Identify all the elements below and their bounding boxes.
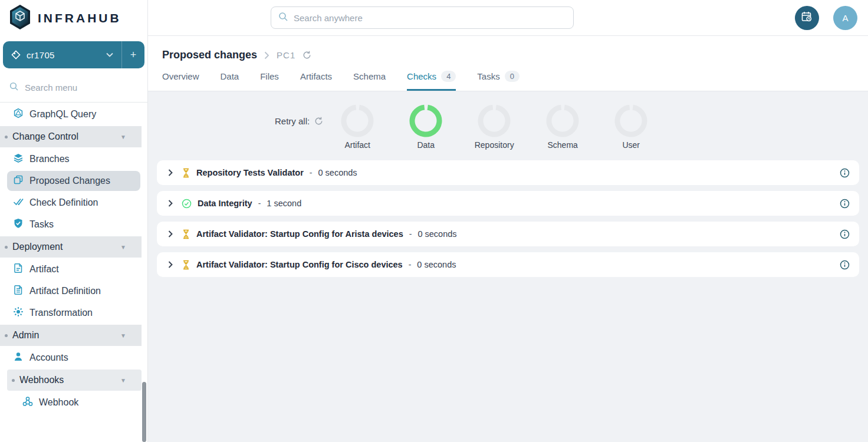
sidebar-item-graphql-query[interactable]: GraphQL Query (7, 104, 142, 124)
check-duration: 0 seconds (318, 168, 357, 177)
avatar-initial: A (842, 13, 848, 23)
tab-bar: Overview Data Files Artifacts Schema Che… (162, 71, 868, 91)
tab-data[interactable]: Data (221, 71, 239, 91)
validator-ring-queued (614, 104, 647, 137)
sidebar-item-branches[interactable]: Branches (7, 149, 142, 169)
menu-search[interactable] (0, 73, 147, 103)
validator-ring-success (409, 104, 442, 137)
validator-label: Repository (475, 140, 514, 150)
search-icon (278, 12, 288, 24)
global-search-input[interactable] (294, 13, 541, 23)
sidebar-item-label: Webhook (39, 397, 78, 408)
sidebar-item-transformation[interactable]: Transformation (7, 303, 142, 323)
tab-label: Schema (353, 71, 386, 81)
sidebar-section-admin[interactable]: Admin ▼ (0, 325, 142, 346)
section-bullet (5, 246, 8, 249)
sidebar-item-artifact[interactable]: Artifact (7, 259, 142, 279)
sidebar-item-label: Check Definition (29, 197, 98, 208)
logo-row[interactable]: INFRAHUB (0, 0, 147, 37)
check-duration: 0 seconds (417, 229, 456, 239)
breadcrumb-chevron-icon (264, 51, 269, 60)
expand-chevron-icon[interactable] (166, 169, 175, 177)
section-bullet (5, 334, 8, 337)
validator-ring-queued (341, 104, 374, 137)
menu-search-input[interactable] (25, 83, 125, 93)
add-branch-button[interactable]: + (122, 49, 144, 61)
validator-ring-queued (546, 104, 579, 137)
check-definition-icon (13, 196, 24, 209)
section-label: Webhooks (19, 375, 64, 385)
validator-repository[interactable]: Repository (460, 104, 528, 150)
sidebar-scrollbar[interactable] (142, 382, 146, 442)
refresh-icon[interactable] (303, 51, 311, 60)
branch-selector[interactable]: cr1705 + (3, 41, 144, 68)
validator-artifact[interactable]: Artifact (323, 104, 392, 150)
breadcrumb-current: PC1 (277, 50, 295, 60)
expand-chevron-icon[interactable] (166, 260, 175, 269)
sidebar-section-webhooks[interactable]: Webhooks ▼ (7, 370, 142, 391)
retry-all: Retry all: (275, 104, 323, 137)
sidebar-section-change-control[interactable]: Change Control ▼ (0, 126, 142, 147)
retry-all-refresh-icon[interactable] (314, 117, 323, 126)
validator-data[interactable]: Data (392, 104, 460, 150)
tab-overview[interactable]: Overview (162, 71, 199, 91)
avatar[interactable]: A (833, 6, 857, 30)
sidebar-item-label: Artifact (29, 264, 59, 275)
tab-label: Checks (407, 71, 436, 81)
validator-user[interactable]: User (597, 104, 665, 150)
sidebar-section-deployment[interactable]: Deployment ▼ (0, 236, 142, 258)
validator-label: Artifact (344, 140, 370, 150)
sidebar-item-label: Transformation (29, 308, 93, 318)
artifact-icon (13, 263, 24, 276)
global-search[interactable] (271, 6, 574, 29)
check-title: Data Integrity (198, 199, 252, 208)
check-separator: - (310, 168, 313, 177)
sidebar-item-webhook[interactable]: Webhook (17, 392, 142, 413)
check-row-artifact-arista[interactable]: Artifact Validator: Startup Config for A… (157, 222, 859, 246)
tab-label: Artifacts (300, 71, 332, 81)
section-caret-icon: ▼ (120, 377, 126, 384)
expand-chevron-icon[interactable] (166, 199, 175, 207)
validator-ring-queued (478, 104, 511, 137)
branch-icon (11, 50, 21, 60)
expand-chevron-icon[interactable] (166, 230, 175, 238)
sidebar-item-accounts[interactable]: Accounts (7, 348, 142, 368)
sidebar-item-label: Tasks (29, 219, 54, 230)
sidebar-item-tasks[interactable]: Tasks (7, 215, 142, 235)
check-list: Repository Tests Validator - 0 seconds D… (148, 160, 868, 277)
check-row-data-integrity[interactable]: Data Integrity - 1 second (157, 191, 859, 216)
section-label: Admin (12, 330, 39, 341)
tab-tasks[interactable]: Tasks 0 (477, 71, 520, 91)
hourglass-icon (182, 168, 190, 178)
tab-badge: 4 (441, 71, 456, 82)
tab-files[interactable]: Files (260, 71, 279, 91)
info-icon[interactable] (840, 260, 850, 270)
section-caret-icon: ▼ (120, 134, 126, 140)
sidebar-menu: GraphQL Query Change Control ▼ Branches … (0, 104, 142, 413)
chevron-down-icon[interactable] (98, 52, 121, 57)
calendar-clock-icon (801, 11, 813, 25)
check-separator: - (409, 260, 412, 269)
hourglass-icon (182, 229, 190, 239)
tab-schema[interactable]: Schema (353, 71, 386, 91)
retry-all-label: Retry all: (275, 116, 310, 126)
graphql-icon (13, 108, 24, 121)
app-root: INFRAHUB cr1705 + GraphQL Q (0, 0, 868, 442)
sidebar-item-proposed-changes[interactable]: Proposed Changes (7, 171, 140, 191)
sidebar-item-artifact-definition[interactable]: Artifact Definition (7, 281, 142, 301)
page-title[interactable]: Proposed changes (162, 49, 257, 61)
validator-schema[interactable]: Schema (528, 104, 597, 150)
section-bullet (5, 136, 8, 138)
tab-artifacts[interactable]: Artifacts (300, 71, 332, 91)
check-title: Artifact Validator: Startup Config for C… (196, 260, 403, 269)
check-row-artifact-cisco[interactable]: Artifact Validator: Startup Config for C… (157, 252, 859, 277)
sidebar-item-check-definition[interactable]: Check Definition (7, 193, 142, 213)
transformation-icon (13, 306, 24, 319)
search-icon (9, 82, 19, 94)
info-icon[interactable] (840, 229, 850, 239)
time-travel-button[interactable] (795, 6, 819, 30)
tab-checks[interactable]: Checks 4 (407, 71, 456, 91)
info-icon[interactable] (840, 199, 850, 209)
info-icon[interactable] (840, 168, 850, 178)
check-row-repository-tests[interactable]: Repository Tests Validator - 0 seconds (157, 160, 859, 185)
